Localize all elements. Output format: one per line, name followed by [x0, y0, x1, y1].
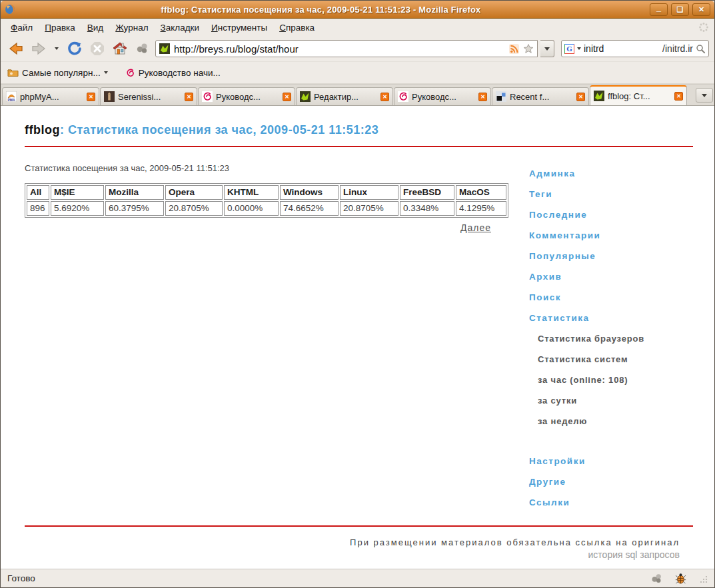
history-dropdown-button[interactable] [51, 39, 62, 59]
sidebar-item-archive[interactable]: Архив [529, 272, 562, 282]
url-input[interactable]: http://breys.ru/blog/stat/hour [174, 43, 505, 55]
next-page-link[interactable]: Далее [25, 222, 491, 233]
tab-close-icon[interactable] [283, 93, 291, 101]
bookmark-folder-most-visited[interactable]: Самые популярн... [7, 68, 108, 78]
extension-molecule-button[interactable] [133, 39, 153, 59]
rss-feed-icon[interactable] [509, 44, 519, 54]
sidebar-item-popular[interactable]: Популярные [529, 251, 596, 261]
sidebar-item-system-stats[interactable]: Статистика систем [538, 354, 628, 364]
sidebar-item-links[interactable]: Ссылки [529, 497, 570, 507]
sidebar-item-comments[interactable]: Комментарии [529, 230, 600, 240]
tab-debian-guide-2[interactable]: Руководс... [394, 87, 491, 105]
close-button[interactable] [692, 3, 710, 16]
tab-bar: PMA phpMyA... Serenissi... Руководс... [1, 84, 714, 105]
menu-history[interactable]: Журнал [109, 21, 154, 35]
tab-recent-files[interactable]: Recent f... [492, 87, 589, 105]
page-content: ffblog: Статистика посещения за час, 200… [1, 105, 714, 569]
molecule-icon [136, 42, 149, 55]
sidebar-item-per-week[interactable]: за неделю [538, 416, 587, 426]
sidebar-item-tags[interactable]: Теги [529, 189, 552, 199]
reload-button[interactable] [65, 39, 85, 59]
col-header: Opera [165, 185, 223, 200]
menu-bookmarks[interactable]: Закладки [155, 21, 205, 35]
sidebar-item-admin[interactable]: Админка [529, 168, 576, 178]
stats-subtitle: Статистика посещения за час, 2009-05-21 … [25, 163, 529, 173]
tab-close-icon[interactable] [87, 93, 95, 101]
molecule-icon[interactable] [651, 573, 663, 585]
main-column: Статистика посещения за час, 2009-05-21 … [1, 147, 529, 233]
tab-serenissima[interactable]: Serenissi... [100, 87, 197, 105]
tab-close-icon[interactable] [576, 93, 585, 101]
url-history-dropdown[interactable] [540, 40, 554, 57]
minimize-button[interactable] [650, 3, 668, 16]
bookmark-label: Руководство начи... [139, 68, 221, 78]
serenissima-icon [104, 91, 115, 102]
tab-debian-guide-1[interactable]: Руководс... [198, 87, 295, 105]
bookmark-debian-guide[interactable]: Руководство начи... [125, 68, 221, 78]
tab-list-dropdown[interactable] [696, 88, 713, 103]
search-suggestion: /initrd.ir [662, 43, 693, 54]
google-engine-icon[interactable]: G [564, 44, 574, 54]
stats-table: All M$IE Mozilla Opera KHTML Windows Lin… [25, 183, 508, 218]
sidebar-item-settings[interactable]: Настройки [529, 456, 586, 466]
home-icon [112, 41, 128, 57]
chevron-down-icon [702, 94, 707, 97]
col-header: M$IE [51, 185, 104, 200]
tab-ffblog-active[interactable]: ffblog: Ст... [590, 85, 687, 105]
url-bar[interactable]: http://breys.ru/blog/stat/hour [155, 40, 538, 57]
maximize-button[interactable] [671, 3, 689, 16]
firebug-icon[interactable] [675, 573, 686, 584]
tab-close-icon[interactable] [185, 93, 193, 101]
debian-swirl-icon [398, 91, 408, 102]
tab-editor[interactable]: Редактир... [296, 87, 393, 105]
sidebar-item-others[interactable]: Другие [529, 477, 566, 487]
stop-button[interactable] [87, 39, 107, 59]
resize-grip[interactable] [698, 574, 708, 583]
phpmyadmin-icon: PMA [6, 91, 17, 102]
cell-value: 74.6652% [280, 201, 339, 216]
tab-close-icon[interactable] [478, 93, 487, 101]
titlebar[interactable]: ffblog: Статистика посещения за час, 200… [1, 1, 714, 19]
forward-button[interactable] [29, 39, 49, 59]
menu-view[interactable]: Вид [81, 21, 109, 35]
folder-icon [7, 68, 19, 77]
bottom-divider [25, 525, 693, 527]
menu-file[interactable]: Файл [5, 21, 39, 35]
search-input[interactable]: initrd [584, 43, 604, 54]
sidebar-item-latest[interactable]: Последние [529, 210, 587, 220]
cell-value: 896 [27, 201, 49, 216]
tab-close-icon[interactable] [674, 92, 683, 101]
home-button[interactable] [110, 39, 130, 59]
site-name: ffblog [25, 123, 60, 137]
sidebar-item-per-hour[interactable]: за час (online: 108) [538, 375, 628, 385]
search-box[interactable]: G initrd /initrd.ir [561, 40, 709, 57]
bookmark-star-icon[interactable] [523, 43, 534, 54]
bookmark-label: Самые популярн... [22, 68, 101, 78]
tab-label: ffblog: Ст... [608, 91, 671, 101]
menu-tools[interactable]: Инструменты [205, 21, 273, 35]
cell-value: 5.6920% [51, 201, 104, 216]
heading-title-link[interactable]: Статистика посещения за час, 2009-05-21 … [68, 123, 378, 137]
status-bar: Готово [1, 569, 714, 587]
menu-edit[interactable]: Правка [39, 21, 81, 35]
cell-value: 0.3348% [400, 201, 454, 216]
sidebar-item-per-day[interactable]: за сутки [538, 396, 577, 406]
search-magnifier-icon[interactable] [696, 44, 706, 54]
menu-help[interactable]: Справка [273, 21, 321, 35]
col-header: Linux [340, 185, 398, 200]
tab-phpmyadmin[interactable]: PMA phpMyA... [2, 87, 99, 105]
sql-history-link[interactable]: история sql запросов [1, 549, 680, 560]
recent-files-icon [496, 91, 506, 102]
tab-label: Руководс... [412, 92, 475, 102]
col-header: MacOS [456, 185, 506, 200]
back-button[interactable] [6, 39, 26, 59]
col-header: Windows [280, 185, 339, 200]
sidebar-item-search[interactable]: Поиск [529, 292, 561, 302]
heading-separator: : [60, 123, 68, 137]
reload-icon [67, 41, 83, 57]
col-header: KHTML [224, 185, 279, 200]
search-engine-dropdown-icon[interactable] [577, 47, 581, 50]
tab-close-icon[interactable] [380, 93, 389, 101]
sidebar-item-browser-stats[interactable]: Статистика браузеров [538, 334, 644, 344]
sidebar-item-statistics[interactable]: Статистика [529, 313, 589, 323]
